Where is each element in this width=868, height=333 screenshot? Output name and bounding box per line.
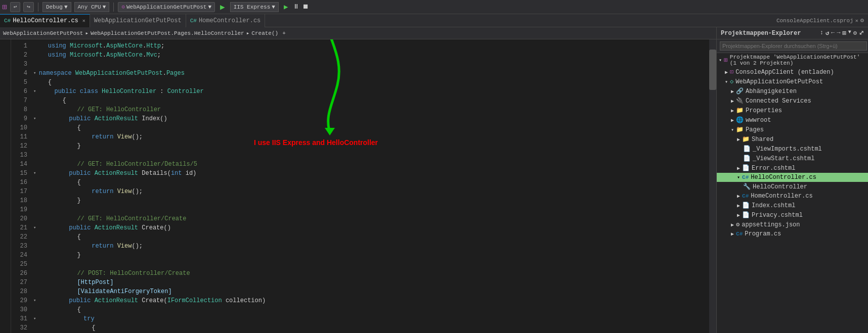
- properties-expand: ▶: [731, 108, 734, 114]
- se-forward-icon[interactable]: →: [837, 29, 840, 37]
- code-line-18: }: [33, 196, 707, 205]
- run-button[interactable]: ▶: [282, 3, 290, 11]
- connected-icon: 🔌: [736, 97, 744, 105]
- tab-end-close[interactable]: ✕: [855, 18, 858, 24]
- se-hellocontroller-cs[interactable]: ▾ C# HelloController.cs: [717, 173, 868, 182]
- privacy-icon: 📄: [742, 211, 750, 219]
- se-abhaengigkeiten[interactable]: ▶ 🔗 Abhängigkeiten: [717, 86, 868, 96]
- code-line-9: ▾ public ActionResult Index(): [33, 114, 707, 123]
- shared-icon: 📁: [742, 135, 750, 143]
- se-index-cshtml[interactable]: ▶ 📄 Index.cshtml: [717, 201, 868, 210]
- se-header: Projektmappen-Explorer ↕ ↺ ← → ⊞ ▼ ⚙ ⤢: [717, 27, 868, 39]
- code-line-30: {: [33, 305, 707, 314]
- cpu-dropdown[interactable]: Any CPU ▼: [74, 2, 110, 12]
- code-content[interactable]: I use IIS Express and HelloController us…: [31, 39, 709, 333]
- se-console-app[interactable]: ▶ ⊡ ConsoleAppClient (entladen): [717, 67, 868, 77]
- code-line-12: }: [33, 141, 707, 151]
- se-view-icon[interactable]: ⊞: [843, 29, 846, 37]
- breadcrumb-method[interactable]: Create(): [251, 30, 278, 36]
- home-cs-expand: ▶: [737, 193, 740, 199]
- pages-expand: ▾: [731, 127, 734, 133]
- tab-webappgetputpost[interactable]: WebApplicationGetPutPost: [90, 14, 186, 27]
- se-error[interactable]: ▶ 📄 Error.cshtml: [717, 163, 868, 173]
- tab-bar: C# HelloController.cs ✕ WebApplicationGe…: [0, 14, 868, 27]
- appsettings-label: appsettings.json: [742, 221, 800, 228]
- code-line-20: // GET: HelloController/Create: [33, 214, 707, 223]
- tab-homecontroller[interactable]: C# HomeController.cs: [186, 14, 266, 27]
- program-cs-label: Program.cs: [745, 230, 781, 237]
- main-toolbar: ⊞ ↩ ↪ Debug ▼ Any CPU ▼ ⚙ WebApplication…: [0, 0, 868, 14]
- error-icon: 📄: [742, 164, 750, 172]
- code-line-24: }: [33, 251, 707, 260]
- se-sync-icon[interactable]: ↕: [820, 29, 823, 37]
- pause-button[interactable]: ⏸: [293, 3, 299, 11]
- breadcrumb-sep1: ▸: [85, 30, 89, 36]
- sep2: [113, 3, 114, 12]
- tab-close-hello[interactable]: ✕: [82, 18, 85, 24]
- se-properties[interactable]: ▶ 📁 Properties: [717, 106, 868, 115]
- solution-label: Projektmappe 'WebApplicationGetPutPost' …: [730, 54, 866, 66]
- tab-hellocontroller[interactable]: C# HelloController.cs ✕: [0, 14, 90, 27]
- editor-scrollbar[interactable]: [709, 39, 716, 333]
- se-connected[interactable]: ▶ 🔌 Connected Services: [717, 96, 868, 106]
- se-privacy-cshtml[interactable]: ▶ 📄 Privacy.cshtml: [717, 210, 868, 220]
- se-hellocontroller-view[interactable]: 🔧 HelloController: [717, 182, 868, 192]
- redo-btn[interactable]: ↪: [23, 2, 34, 12]
- se-expand-icon[interactable]: ⤢: [859, 29, 864, 37]
- code-line-32: {: [33, 323, 707, 332]
- webapp-label: WebApplicationGetPutPost: [735, 78, 823, 85]
- home-cs-icon: C#: [742, 193, 749, 199]
- se-filter-icon[interactable]: ▼: [848, 29, 851, 37]
- cpu-label: Any CPU: [78, 4, 101, 10]
- se-wwwroot[interactable]: ▶ 🌐 wwwroot: [717, 115, 868, 125]
- tab-end[interactable]: ConsoleAppClient.csproj ✕ ⚙: [772, 17, 868, 24]
- code-line-16: {: [33, 178, 707, 187]
- code-line-8: // GET: HelloController: [33, 105, 707, 114]
- debug-dropdown[interactable]: Debug ▼: [42, 2, 71, 12]
- code-line-1: using Microsoft.AspNetCore.Http;: [33, 41, 707, 51]
- hello-cs-expand: ▾: [737, 174, 740, 180]
- error-label: Error.cshtml: [752, 165, 795, 172]
- viewstart-icon: 📄: [743, 155, 751, 162]
- se-viewstart[interactable]: 📄 _ViewStart.cshtml: [717, 154, 868, 163]
- play-button[interactable]: ▶: [218, 2, 227, 12]
- code-line-5: {: [33, 78, 707, 87]
- iis-dropdown[interactable]: IIS Express ▼: [230, 2, 279, 12]
- breadcrumb-add-icon[interactable]: +: [282, 30, 286, 36]
- tab-end-settings[interactable]: ⚙: [860, 17, 864, 24]
- editor-margin: [0, 39, 11, 333]
- se-refresh-icon[interactable]: ↺: [826, 29, 829, 37]
- code-line-2: using Microsoft.AspNetCore.Mvc;: [33, 51, 707, 60]
- code-line-7: {: [33, 96, 707, 105]
- se-search-input[interactable]: [720, 41, 867, 51]
- se-pages[interactable]: ▾ 📁 Pages: [717, 125, 868, 134]
- se-program-cs[interactable]: ▶ C# Program.cs: [717, 229, 868, 239]
- se-appsettings[interactable]: ▶ ⚙ appsettings.json: [717, 220, 868, 229]
- index-label: Index.cshtml: [752, 202, 795, 209]
- editor-area: WebApplicationGetPutPost ▸ WebApplicatio…: [0, 27, 716, 333]
- se-back-icon[interactable]: ←: [831, 29, 835, 37]
- stop-button[interactable]: ⏹: [302, 3, 309, 11]
- se-webapp[interactable]: ▾ ◇ WebApplicationGetPutPost: [717, 77, 868, 86]
- se-tree: ▾ ⊞ Projektmappe 'WebApplicationGetPutPo…: [717, 53, 868, 333]
- appsettings-icon: ⚙: [736, 221, 740, 228]
- pages-label: Pages: [746, 126, 764, 133]
- se-homecontroller[interactable]: ▶ C# HomeController.cs: [717, 192, 868, 201]
- breadcrumb-sep2: ▸: [246, 30, 250, 36]
- se-shared[interactable]: ▶ 📁 Shared: [717, 134, 868, 144]
- viewstart-label: _ViewStart.cshtml: [753, 155, 814, 162]
- se-settings-icon[interactable]: ⚙: [853, 29, 857, 37]
- code-line-26: // POST: HelloController/Create: [33, 269, 707, 278]
- privacy-expand: ▶: [737, 212, 740, 218]
- breadcrumb-project[interactable]: WebApplicationGetPutPost: [3, 30, 83, 36]
- tab-end-label: ConsoleAppClient.csproj: [776, 18, 853, 24]
- iis-chevron: ▼: [272, 4, 275, 10]
- project-dropdown[interactable]: ⚙ WebApplicationGetPutPost ▼: [118, 2, 215, 12]
- code-line-22: {: [33, 232, 707, 242]
- breadcrumb-namespace[interactable]: WebApplicationGetPutPost.Pages.HelloCont…: [91, 30, 244, 36]
- abh-expand: ▶: [731, 88, 734, 94]
- undo-btn[interactable]: ↩: [10, 2, 21, 12]
- se-viewimports[interactable]: 📄 _ViewImports.cshtml: [717, 144, 868, 154]
- shared-expand: ▶: [737, 136, 740, 142]
- se-solution-root[interactable]: ▾ ⊞ Projektmappe 'WebApplicationGetPutPo…: [717, 53, 868, 67]
